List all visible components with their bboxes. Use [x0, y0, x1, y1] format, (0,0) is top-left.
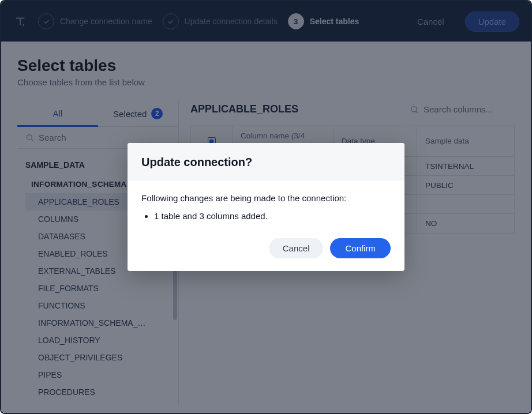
- modal-changes-list: 1 table and 3 columns added.: [141, 211, 391, 221]
- modal-change-item: 1 table and 3 columns added.: [154, 211, 391, 221]
- modal-overlay[interactable]: Update connection? Following changes are…: [1, 1, 531, 413]
- update-connection-modal: Update connection? Following changes are…: [128, 143, 404, 271]
- modal-confirm-button[interactable]: Confirm: [330, 238, 391, 258]
- modal-title: Update connection?: [141, 156, 391, 169]
- modal-message: Following changes are being made to the …: [141, 193, 391, 203]
- modal-cancel-button[interactable]: Cancel: [269, 238, 324, 258]
